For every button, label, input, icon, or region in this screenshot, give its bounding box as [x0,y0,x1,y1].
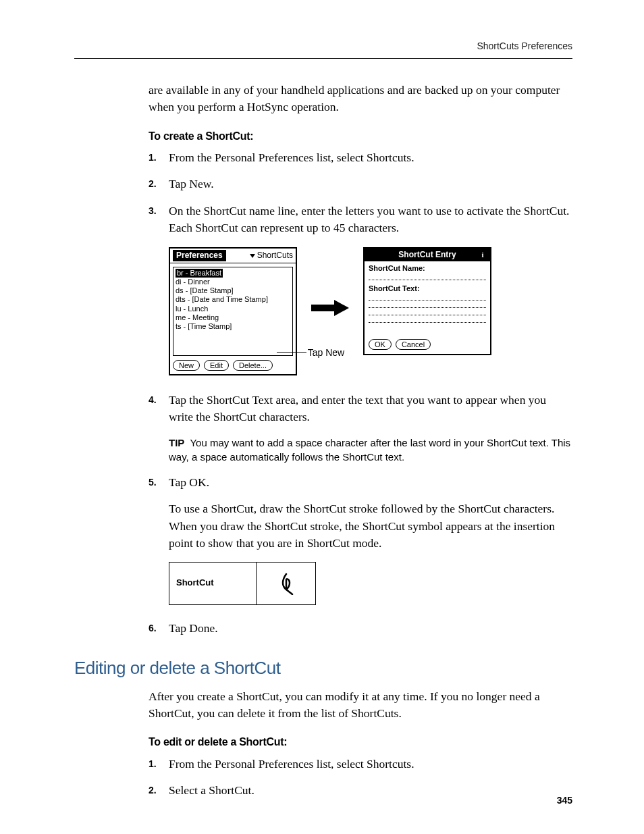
content-column: are available in any of your handheld ap… [149,82,572,799]
section-heading-editing: Editing or delete a ShortCut [74,656,572,681]
delete-button[interactable]: Delete... [233,360,273,371]
step-text: Tap OK. [169,474,572,491]
palm-button-row: New Edit Delete... [170,356,296,374]
shortcut-text-label: ShortCut Text: [369,284,486,293]
steps-edit: 1. From the Personal Preferences list, s… [149,756,572,800]
palm-screen-preferences: Preferences ShortCuts br - Breakfast di … [169,247,297,375]
list-item[interactable]: di - Dinner [176,278,290,286]
palm-screen-entry: ShortCut Entry i ShortCut Name: ShortCut… [363,247,491,355]
new-button[interactable]: New [173,360,200,371]
palm-title: Preferences [173,250,226,261]
page: ShortCuts Preferences are available in a… [0,0,644,834]
palm-titlebar: ShortCut Entry [365,249,490,261]
ok-button[interactable]: OK [369,339,392,350]
step-number: 4. [149,393,157,407]
step-text: Tap New. [169,176,572,192]
chevron-down-icon [250,254,255,258]
shortcut-text-input[interactable] [369,293,486,301]
page-number: 345 [557,795,572,806]
step-text: From the Personal Preferences list, sele… [169,149,572,166]
tip-paragraph: TIP You may want to add a space characte… [169,436,572,465]
tip-label: TIP [169,437,184,448]
step-number: 1. [149,757,157,771]
list-item[interactable]: me - Meeting [176,313,290,322]
step-followup: To use a ShortCut, draw the ShortCut str… [169,500,572,552]
step-text: Tap Done. [169,620,572,637]
list-item[interactable]: ts - [Time Stamp] [176,322,290,331]
procedure-title-edit: To edit or delete a ShortCut: [149,734,572,750]
step-number: 3. [149,204,157,217]
shortcut-text-input[interactable] [369,315,486,323]
edit-button[interactable]: Edit [204,360,229,371]
running-header: ShortCuts Preferences [74,41,572,58]
list-item[interactable]: ds - [Date Stamp] [176,286,290,295]
palm-menu-label: ShortCuts [257,251,293,260]
intro-paragraph: are available in any of your handheld ap… [149,82,572,116]
shortcut-stroke-icon [257,563,315,604]
shortcuts-listbox[interactable]: br - Breakfast di - Dinner ds - [Date St… [173,267,293,356]
cancel-button[interactable]: Cancel [396,339,431,350]
shortcut-stroke-table: ShortCut [169,562,316,605]
step-number: 5. [149,475,157,489]
shortcut-text-input[interactable] [369,308,486,315]
step-text: On the ShortCut name line, enter the let… [169,203,572,237]
list-item[interactable]: br - Breakfast [176,269,223,278]
shortcut-name-label: ShortCut Name: [369,264,486,273]
callout-tap-new: Tap New [308,346,344,359]
arrow-right-icon [311,300,349,316]
shortcut-name-input[interactable] [369,273,486,280]
palm-button-row: OK Cancel [366,335,433,350]
step-text: From the Personal Preferences list, sele… [169,756,572,773]
list-item[interactable]: dts - [Date and Time Stamp] [176,295,290,304]
step-number: 6. [149,621,157,635]
svg-marker-0 [311,300,349,316]
palm-titlebar: Preferences ShortCuts [170,249,296,263]
procedure-title-create: To create a ShortCut: [149,128,572,144]
section-paragraph: After you create a ShortCut, you can mod… [149,688,572,723]
shortcut-text-input[interactable] [369,301,486,308]
step-number: 2. [149,783,157,797]
entry-title: ShortCut Entry [365,249,490,261]
arrow-column: Tap New [306,247,354,359]
shortcut-stroke-label: ShortCut [169,563,257,604]
step-text: Tap the ShortCut Text area, and enter th… [169,392,572,426]
step-number: 1. [149,151,157,164]
list-item[interactable]: lu - Lunch [176,305,290,313]
entry-body: ShortCut Name: ShortCut Text: [365,261,490,323]
steps-create: 1. From the Personal Preferences list, s… [149,149,572,637]
tip-text: You may want to add a space character af… [169,437,570,463]
palm-menu-dropdown[interactable]: ShortCuts [250,251,293,260]
figure-row: Preferences ShortCuts br - Breakfast di … [169,247,572,375]
step-number: 2. [149,177,157,190]
step-text: Select a ShortCut. [169,782,572,799]
header-rule [74,58,572,59]
